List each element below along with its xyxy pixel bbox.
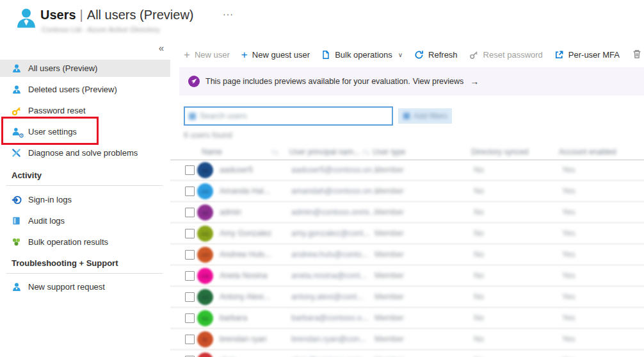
table-row[interactable]: AH Andrew Huls... andrew.huls@conto... M…	[170, 245, 644, 264]
avatar: AG	[197, 226, 213, 242]
cell-user-type: Member	[374, 229, 404, 238]
cell-name: Antony Alexi...	[220, 292, 270, 301]
table-row[interactable]: AA Antony Alexi... antony.alexi@cont... …	[170, 287, 644, 306]
table-row[interactable]: ad admin admin@contoso.onmi... Member No…	[170, 203, 644, 222]
cell-directory-synced: No	[474, 250, 484, 259]
avatar: AN	[197, 268, 213, 284]
row-checkbox[interactable]	[185, 250, 195, 260]
sidebar-item-label: Sign-in logs	[28, 195, 72, 204]
tools-icon	[12, 148, 22, 158]
sidebar-item-password-reset[interactable]: Password reset	[0, 102, 170, 119]
row-checkbox[interactable]	[185, 292, 195, 302]
sidebar-item-all-users[interactable]: All users (Preview)	[0, 60, 170, 77]
more-menu-icon[interactable]: ···	[223, 9, 234, 19]
sidebar-item-label: User settings	[28, 127, 77, 137]
cell-user-type: Member	[374, 292, 404, 301]
refresh-button[interactable]: Refresh	[414, 50, 458, 60]
cell-account-enabled: Yes	[562, 292, 575, 301]
column-header-account-enabled[interactable]: Account enabled	[559, 147, 616, 156]
row-checkbox[interactable]	[185, 313, 195, 323]
azure-users-page: { "page": { "title_bold": "Users", "titl…	[0, 0, 644, 357]
row-checkbox[interactable]	[185, 271, 195, 281]
column-header-user-type[interactable]: User type	[373, 147, 405, 156]
sidebar-item-label: Audit logs	[28, 216, 65, 226]
reset-password-button[interactable]: Reset password	[469, 50, 543, 60]
sidebar-item-audit-logs[interactable]: Audit logs	[0, 212, 170, 229]
sidebar-item-label: All users (Preview)	[28, 63, 97, 73]
cell-name: Amanda Hal...	[220, 187, 270, 195]
add-filters-label: Add filters	[414, 112, 447, 120]
sidebar-item-new-support-request[interactable]: New support request	[0, 278, 170, 295]
new-user-label: New user	[195, 50, 230, 60]
cell-name: Amy Gonzalez	[220, 229, 271, 238]
row-checkbox[interactable]	[185, 229, 195, 238]
avatar: ad	[197, 204, 213, 220]
row-checkbox[interactable]	[185, 335, 195, 344]
table-row[interactable]: ch chris chris@contoso.onm... Member No …	[170, 351, 644, 357]
table-row[interactable]: aa aaduser5 aaduser5@contoso.on... Membe…	[170, 160, 644, 179]
cell-name: brendan ryan	[220, 335, 267, 344]
row-checkbox[interactable]	[185, 187, 195, 196]
audit-logs-icon	[12, 216, 22, 226]
new-user-button[interactable]: + New user	[184, 49, 230, 60]
column-header-name[interactable]: Name	[202, 147, 222, 156]
table-row[interactable]: br brendan ryan brendan.ryan@con... Memb…	[170, 329, 644, 349]
cell-upn: brendan.ryan@con...	[291, 335, 366, 344]
sidebar: « All users (Preview) Deleted users (Pre…	[0, 38, 171, 357]
chevron-down-icon: ∨	[398, 51, 403, 58]
search-input-text: Search users	[200, 112, 247, 120]
sidebar-item-user-settings[interactable]: ⚙ User settings	[0, 123, 170, 140]
cell-upn: barbara@contoso.o...	[291, 313, 368, 322]
table-row[interactable]: AN Anela Nosina anela.nosina@cont... Mem…	[170, 266, 644, 285]
key-icon	[12, 106, 22, 116]
sort-icon[interactable]: ↑↓	[271, 147, 278, 156]
page-title-separator: |	[76, 8, 87, 22]
table-row[interactable]: AG Amy Gonzalez amy.gonzalez@cont... Mem…	[170, 224, 644, 243]
main-content: + New user + New guest user Bulk operati…	[170, 38, 644, 357]
search-input[interactable]: Search users	[184, 106, 393, 126]
delete-icon[interactable]	[632, 49, 642, 59]
cell-account-enabled: Yes	[562, 250, 575, 259]
avatar: AA	[197, 289, 213, 305]
new-guest-user-button[interactable]: + New guest user	[241, 49, 310, 60]
filter-icon	[403, 113, 410, 119]
view-previews-link[interactable]: View previews	[413, 77, 464, 86]
command-bar: + New user + New guest user Bulk operati…	[184, 46, 644, 63]
refresh-icon	[414, 50, 424, 60]
preview-megaphone-icon	[188, 76, 200, 87]
support-person-icon	[12, 282, 22, 292]
table-row[interactable]: ba barbara barbara@contoso.o... Member N…	[170, 308, 644, 328]
cell-name: aaduser5	[220, 165, 253, 174]
cell-upn: amandah@contoso.on...	[291, 187, 378, 195]
plus-icon: +	[241, 49, 248, 60]
page-title-primary: Users	[40, 8, 76, 22]
sidebar-item-label: Bulk operation results	[28, 237, 108, 247]
cell-user-type: Member	[374, 208, 404, 217]
external-link-icon	[554, 50, 564, 60]
cell-name: admin	[220, 208, 241, 217]
cell-user-type: Member	[374, 313, 404, 322]
sidebar-collapse-icon[interactable]: «	[159, 42, 164, 53]
column-header-upn[interactable]: User principal nam... ↑↓	[289, 147, 369, 156]
per-user-mfa-button[interactable]: Per-user MFA	[554, 50, 620, 60]
bulk-operations-button[interactable]: Bulk operations ∨	[321, 50, 403, 60]
refresh-label: Refresh	[428, 50, 458, 60]
sidebar-item-diagnose[interactable]: Diagnose and solve problems	[0, 144, 170, 162]
add-filters-button[interactable]: Add filters	[398, 108, 452, 124]
users-blade-icon	[14, 6, 38, 31]
cell-upn: amy.gonzalez@cont...	[291, 229, 370, 238]
sidebar-item-bulk-results[interactable]: Bulk operation results	[0, 233, 170, 251]
page-header: Users|All users (Preview) ··· Contoso Lt…	[0, 0, 644, 38]
sidebar-item-deleted-users[interactable]: Deleted users (Preview)	[0, 81, 170, 98]
column-header-directory-synced[interactable]: Directory synced	[471, 147, 528, 156]
row-checkbox[interactable]	[185, 208, 195, 217]
cell-name: Andrew Huls...	[220, 250, 271, 259]
results-count: 6 users found	[184, 131, 232, 140]
table-header-row: Name ↑↓ User principal nam... ↑↓ User ty…	[170, 145, 644, 160]
table-row[interactable]: AH Amanda Hal... amandah@contoso.on... M…	[170, 181, 644, 201]
sidebar-section-support: Troubleshooting + Support	[12, 258, 118, 268]
avatar: ch	[197, 353, 213, 357]
cell-name: Anela Nosina	[220, 271, 267, 280]
sidebar-item-signin-logs[interactable]: Sign-in logs	[0, 191, 170, 208]
row-checkbox[interactable]	[185, 165, 195, 175]
